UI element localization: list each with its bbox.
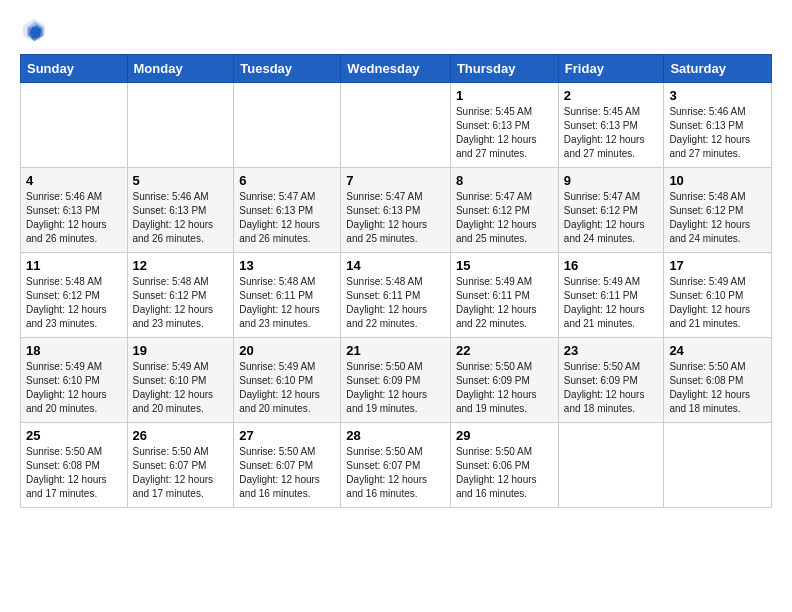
cell-content: Sunrise: 5:48 AMSunset: 6:12 PMDaylight:… — [669, 190, 766, 246]
weekday-header-monday: Monday — [127, 55, 234, 83]
logo — [20, 16, 52, 44]
week-row-2: 4Sunrise: 5:46 AMSunset: 6:13 PMDaylight… — [21, 168, 772, 253]
day-cell: 24Sunrise: 5:50 AMSunset: 6:08 PMDayligh… — [664, 338, 772, 423]
cell-content: Sunrise: 5:46 AMSunset: 6:13 PMDaylight:… — [133, 190, 229, 246]
day-number: 17 — [669, 258, 766, 273]
day-cell: 8Sunrise: 5:47 AMSunset: 6:12 PMDaylight… — [450, 168, 558, 253]
weekday-header-tuesday: Tuesday — [234, 55, 341, 83]
day-cell: 20Sunrise: 5:49 AMSunset: 6:10 PMDayligh… — [234, 338, 341, 423]
day-cell: 4Sunrise: 5:46 AMSunset: 6:13 PMDaylight… — [21, 168, 128, 253]
day-cell: 26Sunrise: 5:50 AMSunset: 6:07 PMDayligh… — [127, 423, 234, 508]
cell-content: Sunrise: 5:45 AMSunset: 6:13 PMDaylight:… — [564, 105, 659, 161]
day-number: 21 — [346, 343, 445, 358]
day-cell — [664, 423, 772, 508]
day-number: 28 — [346, 428, 445, 443]
week-row-1: 1Sunrise: 5:45 AMSunset: 6:13 PMDaylight… — [21, 83, 772, 168]
day-number: 25 — [26, 428, 122, 443]
day-number: 12 — [133, 258, 229, 273]
day-cell: 15Sunrise: 5:49 AMSunset: 6:11 PMDayligh… — [450, 253, 558, 338]
day-cell — [234, 83, 341, 168]
cell-content: Sunrise: 5:47 AMSunset: 6:13 PMDaylight:… — [346, 190, 445, 246]
day-cell: 9Sunrise: 5:47 AMSunset: 6:12 PMDaylight… — [558, 168, 664, 253]
week-row-3: 11Sunrise: 5:48 AMSunset: 6:12 PMDayligh… — [21, 253, 772, 338]
weekday-header-friday: Friday — [558, 55, 664, 83]
day-cell: 13Sunrise: 5:48 AMSunset: 6:11 PMDayligh… — [234, 253, 341, 338]
cell-content: Sunrise: 5:49 AMSunset: 6:11 PMDaylight:… — [564, 275, 659, 331]
weekday-header-wednesday: Wednesday — [341, 55, 451, 83]
day-cell: 5Sunrise: 5:46 AMSunset: 6:13 PMDaylight… — [127, 168, 234, 253]
header — [20, 16, 772, 44]
cell-content: Sunrise: 5:48 AMSunset: 6:11 PMDaylight:… — [239, 275, 335, 331]
day-number: 14 — [346, 258, 445, 273]
cell-content: Sunrise: 5:47 AMSunset: 6:12 PMDaylight:… — [456, 190, 553, 246]
cell-content: Sunrise: 5:47 AMSunset: 6:12 PMDaylight:… — [564, 190, 659, 246]
day-cell: 1Sunrise: 5:45 AMSunset: 6:13 PMDaylight… — [450, 83, 558, 168]
day-number: 8 — [456, 173, 553, 188]
cell-content: Sunrise: 5:48 AMSunset: 6:12 PMDaylight:… — [133, 275, 229, 331]
cell-content: Sunrise: 5:50 AMSunset: 6:07 PMDaylight:… — [239, 445, 335, 501]
day-cell: 6Sunrise: 5:47 AMSunset: 6:13 PMDaylight… — [234, 168, 341, 253]
day-cell: 18Sunrise: 5:49 AMSunset: 6:10 PMDayligh… — [21, 338, 128, 423]
cell-content: Sunrise: 5:49 AMSunset: 6:10 PMDaylight:… — [26, 360, 122, 416]
cell-content: Sunrise: 5:50 AMSunset: 6:06 PMDaylight:… — [456, 445, 553, 501]
cell-content: Sunrise: 5:49 AMSunset: 6:10 PMDaylight:… — [669, 275, 766, 331]
cell-content: Sunrise: 5:48 AMSunset: 6:11 PMDaylight:… — [346, 275, 445, 331]
day-cell: 12Sunrise: 5:48 AMSunset: 6:12 PMDayligh… — [127, 253, 234, 338]
day-number: 5 — [133, 173, 229, 188]
day-number: 20 — [239, 343, 335, 358]
cell-content: Sunrise: 5:49 AMSunset: 6:11 PMDaylight:… — [456, 275, 553, 331]
day-cell: 19Sunrise: 5:49 AMSunset: 6:10 PMDayligh… — [127, 338, 234, 423]
day-cell: 10Sunrise: 5:48 AMSunset: 6:12 PMDayligh… — [664, 168, 772, 253]
cell-content: Sunrise: 5:49 AMSunset: 6:10 PMDaylight:… — [133, 360, 229, 416]
day-number: 27 — [239, 428, 335, 443]
day-number: 4 — [26, 173, 122, 188]
day-cell: 11Sunrise: 5:48 AMSunset: 6:12 PMDayligh… — [21, 253, 128, 338]
cell-content: Sunrise: 5:48 AMSunset: 6:12 PMDaylight:… — [26, 275, 122, 331]
cell-content: Sunrise: 5:46 AMSunset: 6:13 PMDaylight:… — [669, 105, 766, 161]
day-cell: 27Sunrise: 5:50 AMSunset: 6:07 PMDayligh… — [234, 423, 341, 508]
day-number: 23 — [564, 343, 659, 358]
weekday-header-sunday: Sunday — [21, 55, 128, 83]
day-cell: 28Sunrise: 5:50 AMSunset: 6:07 PMDayligh… — [341, 423, 451, 508]
cell-content: Sunrise: 5:50 AMSunset: 6:09 PMDaylight:… — [564, 360, 659, 416]
day-cell: 21Sunrise: 5:50 AMSunset: 6:09 PMDayligh… — [341, 338, 451, 423]
day-number: 19 — [133, 343, 229, 358]
cell-content: Sunrise: 5:50 AMSunset: 6:07 PMDaylight:… — [133, 445, 229, 501]
day-number: 16 — [564, 258, 659, 273]
calendar-table: SundayMondayTuesdayWednesdayThursdayFrid… — [20, 54, 772, 508]
day-number: 22 — [456, 343, 553, 358]
day-cell: 2Sunrise: 5:45 AMSunset: 6:13 PMDaylight… — [558, 83, 664, 168]
weekday-header-thursday: Thursday — [450, 55, 558, 83]
day-number: 2 — [564, 88, 659, 103]
day-cell: 22Sunrise: 5:50 AMSunset: 6:09 PMDayligh… — [450, 338, 558, 423]
weekday-header-saturday: Saturday — [664, 55, 772, 83]
cell-content: Sunrise: 5:47 AMSunset: 6:13 PMDaylight:… — [239, 190, 335, 246]
day-number: 29 — [456, 428, 553, 443]
day-cell: 3Sunrise: 5:46 AMSunset: 6:13 PMDaylight… — [664, 83, 772, 168]
day-cell — [341, 83, 451, 168]
day-cell: 23Sunrise: 5:50 AMSunset: 6:09 PMDayligh… — [558, 338, 664, 423]
day-number: 11 — [26, 258, 122, 273]
cell-content: Sunrise: 5:50 AMSunset: 6:07 PMDaylight:… — [346, 445, 445, 501]
day-cell: 7Sunrise: 5:47 AMSunset: 6:13 PMDaylight… — [341, 168, 451, 253]
day-number: 24 — [669, 343, 766, 358]
week-row-5: 25Sunrise: 5:50 AMSunset: 6:08 PMDayligh… — [21, 423, 772, 508]
day-cell: 25Sunrise: 5:50 AMSunset: 6:08 PMDayligh… — [21, 423, 128, 508]
cell-content: Sunrise: 5:50 AMSunset: 6:09 PMDaylight:… — [456, 360, 553, 416]
day-cell: 29Sunrise: 5:50 AMSunset: 6:06 PMDayligh… — [450, 423, 558, 508]
day-number: 26 — [133, 428, 229, 443]
cell-content: Sunrise: 5:45 AMSunset: 6:13 PMDaylight:… — [456, 105, 553, 161]
day-number: 10 — [669, 173, 766, 188]
cell-content: Sunrise: 5:50 AMSunset: 6:08 PMDaylight:… — [669, 360, 766, 416]
day-number: 15 — [456, 258, 553, 273]
day-number: 13 — [239, 258, 335, 273]
day-number: 1 — [456, 88, 553, 103]
cell-content: Sunrise: 5:50 AMSunset: 6:08 PMDaylight:… — [26, 445, 122, 501]
day-number: 9 — [564, 173, 659, 188]
cell-content: Sunrise: 5:46 AMSunset: 6:13 PMDaylight:… — [26, 190, 122, 246]
logo-icon — [20, 16, 48, 44]
cell-content: Sunrise: 5:50 AMSunset: 6:09 PMDaylight:… — [346, 360, 445, 416]
day-number: 7 — [346, 173, 445, 188]
day-cell: 14Sunrise: 5:48 AMSunset: 6:11 PMDayligh… — [341, 253, 451, 338]
day-cell — [21, 83, 128, 168]
